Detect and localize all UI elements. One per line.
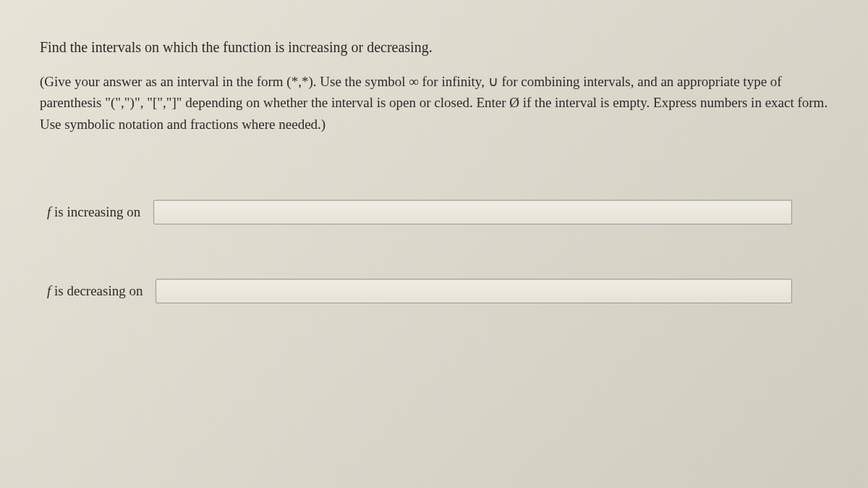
increasing-input[interactable] bbox=[153, 200, 792, 224]
decreasing-label-text: is decreasing on bbox=[51, 283, 142, 298]
increasing-answer-row: f is increasing on bbox=[40, 200, 828, 224]
decreasing-label: f is decreasing on bbox=[47, 283, 142, 299]
question-instructions: (Give your answer as an interval in the … bbox=[40, 71, 828, 135]
question-prompt: Find the intervals on which the function… bbox=[40, 36, 828, 58]
decreasing-answer-row: f is decreasing on bbox=[40, 279, 828, 303]
question-container: Find the intervals on which the function… bbox=[0, 0, 868, 379]
increasing-label-text: is increasing on bbox=[51, 204, 140, 219]
increasing-label: f is increasing on bbox=[47, 204, 140, 220]
decreasing-input[interactable] bbox=[156, 279, 792, 303]
